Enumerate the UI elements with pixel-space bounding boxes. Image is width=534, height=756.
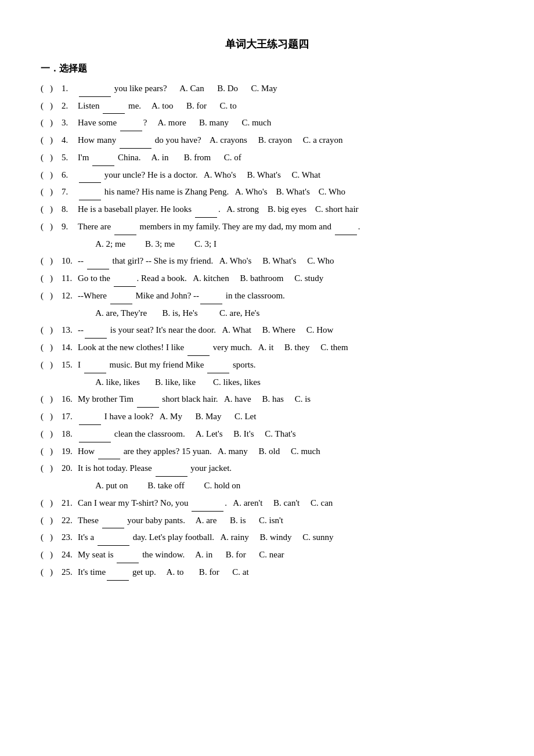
sub-options-row: A. like, likes B. like, like C. likes, l… bbox=[87, 375, 493, 391]
paren-right: ) bbox=[50, 426, 62, 442]
blank bbox=[137, 399, 159, 408]
question-row: ( ) 9. There are members in my family. T… bbox=[41, 219, 493, 235]
paren-right: ) bbox=[50, 288, 62, 304]
q-text: It's time get up. A. to B. for C. at bbox=[78, 564, 493, 581]
q-text: I'm China. A. in B. from C. of bbox=[78, 150, 493, 166]
paren-left: ( bbox=[41, 271, 50, 287]
q-text: These your baby pants. A. are B. is C. i… bbox=[78, 513, 493, 529]
q-text: My seat is the window. A. in B. for C. n… bbox=[78, 547, 493, 563]
question-row: ( ) 18. clean the classroom. A. Let's B.… bbox=[41, 426, 493, 442]
q-num: 22. bbox=[62, 513, 78, 529]
q-num: 20. bbox=[62, 460, 78, 477]
blank bbox=[207, 365, 229, 373]
paren-right: ) bbox=[50, 340, 62, 356]
blank bbox=[120, 123, 142, 131]
paren-left: ( bbox=[41, 253, 50, 269]
paren-right: ) bbox=[50, 495, 62, 512]
paren-right: ) bbox=[50, 201, 62, 218]
q-text: -- is your seat? It's near the door. A. … bbox=[78, 322, 493, 339]
blank bbox=[114, 226, 136, 235]
q-text: My brother Tim short black hair. A. have… bbox=[78, 391, 493, 408]
q-text: Can I wear my T-shirt? No, you . A. aren… bbox=[78, 495, 493, 512]
paren-left: ( bbox=[41, 409, 50, 425]
question-row: ( ) 22. These your baby pants. A. are B.… bbox=[41, 513, 493, 529]
paren-right: ) bbox=[50, 564, 62, 581]
q-text: you like pears? A. Can B. Do C. May bbox=[78, 81, 493, 97]
q-num: 7. bbox=[62, 184, 78, 200]
paren-left: ( bbox=[41, 564, 50, 581]
blank bbox=[98, 537, 129, 546]
page-title: 单词大王练习题四 bbox=[41, 35, 493, 54]
q-num: 12. bbox=[62, 288, 78, 304]
q-num: 21. bbox=[62, 495, 78, 512]
question-row: ( ) 14. Look at the new clothes! I like … bbox=[41, 340, 493, 356]
paren-left: ( bbox=[41, 167, 50, 183]
q-text: -- that girl? -- She is my friend. A. Wh… bbox=[78, 253, 493, 269]
q-num: 9. bbox=[62, 219, 78, 235]
paren-left: ( bbox=[41, 219, 50, 235]
q-num: 25. bbox=[62, 564, 78, 581]
q-num: 13. bbox=[62, 322, 78, 339]
q-num: 14. bbox=[62, 340, 78, 356]
section-header: 一．选择题 bbox=[41, 60, 493, 77]
question-row: ( ) 23. It's a day. Let's play football.… bbox=[41, 530, 493, 546]
paren-left: ( bbox=[41, 132, 50, 149]
q-num: 5. bbox=[62, 150, 78, 166]
question-row: ( ) 6. your uncle? He is a doctor. A. Wh… bbox=[41, 167, 493, 183]
paren-right: ) bbox=[50, 391, 62, 408]
blank bbox=[84, 365, 106, 373]
q-text: Have some ? A. more B. many C. much bbox=[78, 115, 493, 131]
blank bbox=[335, 226, 357, 235]
blank bbox=[195, 209, 217, 218]
sub-options-row: A. 2; me B. 3; me C. 3; I bbox=[87, 236, 493, 253]
paren-left: ( bbox=[41, 322, 50, 339]
q-num: 24. bbox=[62, 547, 78, 563]
question-row: ( ) 21. Can I wear my T-shirt? No, you .… bbox=[41, 495, 493, 512]
paren-right: ) bbox=[50, 167, 62, 183]
paren-left: ( bbox=[41, 201, 50, 218]
blank bbox=[79, 88, 111, 97]
q-num: 19. bbox=[62, 444, 78, 460]
paren-left: ( bbox=[41, 391, 50, 408]
q-num: 17. bbox=[62, 409, 78, 425]
q-num: 2. bbox=[62, 98, 78, 114]
question-row: ( ) 16. My brother Tim short black hair.… bbox=[41, 391, 493, 408]
q-text: I have a look? A. My B. May C. Let bbox=[78, 409, 493, 425]
blank bbox=[156, 468, 187, 477]
blank bbox=[87, 261, 109, 269]
q-num: 4. bbox=[62, 132, 78, 149]
paren-right: ) bbox=[50, 150, 62, 166]
paren-right: ) bbox=[50, 444, 62, 460]
blank bbox=[79, 174, 101, 183]
blank bbox=[79, 192, 101, 200]
paren-right: ) bbox=[50, 81, 62, 97]
sub-options-row: A. put on B. take off C. hold on bbox=[87, 478, 493, 494]
q-num: 18. bbox=[62, 426, 78, 442]
blank bbox=[120, 140, 151, 149]
question-row: ( ) 2. Listen me. A. too B. for C. to bbox=[41, 98, 493, 114]
question-row: ( ) 12. --Where Mike and John? -- in the… bbox=[41, 288, 493, 304]
q-num: 11. bbox=[62, 271, 78, 287]
q-num: 3. bbox=[62, 115, 78, 131]
question-row: ( ) 4. How many do you have? A. crayons … bbox=[41, 132, 493, 149]
question-row: ( ) 10. -- that girl? -- She is my frien… bbox=[41, 253, 493, 269]
paren-right: ) bbox=[50, 357, 62, 373]
question-row: ( ) 3. Have some ? A. more B. many C. mu… bbox=[41, 115, 493, 131]
paren-left: ( bbox=[41, 495, 50, 512]
q-text: How are they apples? 15 yuan. A. many B.… bbox=[78, 444, 493, 460]
blank bbox=[114, 278, 136, 287]
q-num: 23. bbox=[62, 530, 78, 546]
blank bbox=[110, 296, 132, 304]
question-row: ( ) 11. Go to the . Read a book. A. kitc… bbox=[41, 271, 493, 287]
paren-left: ( bbox=[41, 513, 50, 529]
q-num: 10. bbox=[62, 253, 78, 269]
paren-right: ) bbox=[50, 513, 62, 529]
q-text: Look at the new clothes! I like very muc… bbox=[78, 340, 493, 356]
blank bbox=[200, 296, 222, 304]
question-row: ( ) 1. you like pears? A. Can B. Do C. M… bbox=[41, 81, 493, 97]
q-num: 15. bbox=[62, 357, 78, 373]
paren-right: ) bbox=[50, 98, 62, 114]
blank bbox=[79, 434, 111, 442]
question-row: ( ) 24. My seat is the window. A. in B. … bbox=[41, 547, 493, 563]
blank bbox=[92, 157, 114, 166]
